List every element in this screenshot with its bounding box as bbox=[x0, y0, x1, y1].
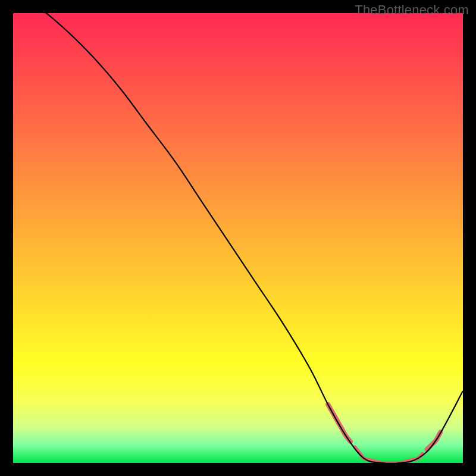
plot-area bbox=[13, 13, 463, 463]
watermark-label: TheBottleneck.com bbox=[355, 2, 469, 18]
rise-segment bbox=[427, 432, 441, 449]
main-curve bbox=[13, 13, 463, 463]
chart-frame: TheBottleneck.com bbox=[0, 0, 476, 476]
bottleneck-curve-svg bbox=[13, 13, 463, 463]
